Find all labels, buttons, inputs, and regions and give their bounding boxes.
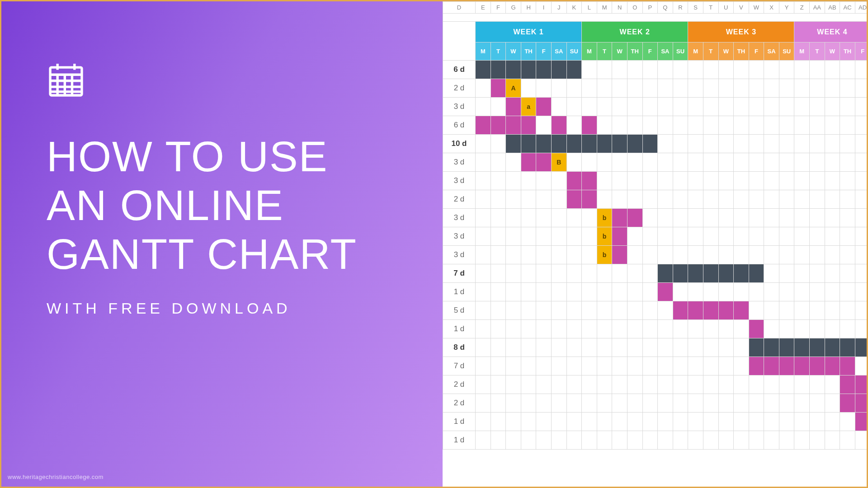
gantt-cell	[491, 413, 506, 431]
gantt-cell	[612, 375, 627, 394]
gantt-cell	[688, 190, 703, 209]
gantt-cell	[718, 61, 734, 79]
gantt-cell	[794, 79, 810, 98]
gantt-cell	[566, 153, 582, 172]
gantt-cell	[718, 413, 734, 431]
gantt-cell	[566, 190, 582, 209]
column-letter-cell: L	[582, 2, 597, 14]
gantt-cell	[855, 190, 867, 209]
gantt-cell	[749, 413, 764, 431]
gantt-cell	[612, 190, 627, 209]
gantt-cell	[582, 190, 597, 209]
gantt-cell	[855, 357, 867, 375]
gantt-cell	[491, 338, 506, 357]
gantt-cell	[521, 172, 536, 190]
gantt-cell	[627, 61, 642, 79]
gantt-cell	[551, 172, 566, 190]
gantt-cell	[855, 413, 867, 431]
gantt-cell	[566, 320, 582, 338]
gantt-cell	[521, 301, 536, 320]
day-header: M	[476, 42, 491, 61]
gantt-cell	[749, 283, 764, 301]
gantt-cell	[734, 246, 749, 264]
gantt-cell	[642, 227, 658, 246]
gantt-cell	[688, 283, 703, 301]
gantt-cell	[764, 394, 779, 413]
gantt-cell	[749, 190, 764, 209]
gantt-cell	[764, 431, 779, 450]
gantt-task-row: 3 db	[443, 209, 867, 227]
column-letter-cell: P	[642, 2, 658, 14]
gantt-cell	[536, 301, 552, 320]
day-header: W	[612, 42, 627, 61]
gantt-cell	[840, 264, 855, 283]
gantt-cell	[506, 301, 521, 320]
gantt-cell	[825, 394, 840, 413]
gantt-cell	[734, 357, 749, 375]
gantt-cell	[703, 357, 718, 375]
gantt-cell	[779, 209, 794, 227]
blank-header	[443, 22, 476, 61]
gantt-task-row: 3 dB	[443, 153, 867, 172]
gantt-cell	[794, 153, 810, 172]
gantt-cell	[688, 79, 703, 98]
gantt-cell	[794, 301, 810, 320]
gantt-cell	[734, 394, 749, 413]
gantt-cell	[825, 338, 840, 357]
day-header: TH	[734, 42, 749, 61]
gantt-cell	[491, 79, 506, 98]
gantt-cell	[536, 375, 552, 394]
duration-cell: 7 d	[443, 357, 476, 375]
gantt-cell	[703, 375, 718, 394]
gantt-cell	[749, 320, 764, 338]
gantt-cell	[855, 153, 867, 172]
gantt-cell	[703, 320, 718, 338]
gantt-cell	[810, 338, 825, 357]
gantt-cell	[734, 79, 749, 98]
gantt-cell	[810, 98, 825, 116]
gantt-cell	[764, 61, 779, 79]
gantt-cell	[794, 357, 810, 375]
day-header: SA	[551, 42, 566, 61]
gantt-cell	[779, 394, 794, 413]
gantt-cell	[779, 357, 794, 375]
gantt-cell	[825, 209, 840, 227]
gantt-cell	[582, 264, 597, 283]
gantt-cell	[536, 98, 552, 116]
gantt-cell	[825, 135, 840, 153]
gantt-cell	[749, 98, 764, 116]
duration-cell: 3 d	[443, 98, 476, 116]
gantt-cell	[551, 116, 566, 135]
gantt-summary-row: 7 d	[443, 264, 867, 283]
gantt-cell	[491, 135, 506, 153]
day-header: F	[642, 42, 658, 61]
gantt-cell	[779, 375, 794, 394]
gantt-cell	[825, 79, 840, 98]
gantt-cell	[734, 190, 749, 209]
gantt-cell	[566, 172, 582, 190]
gantt-cell	[642, 357, 658, 375]
gantt-cell	[764, 98, 779, 116]
gantt-cell	[855, 264, 867, 283]
gantt-cell	[718, 246, 734, 264]
gantt-cell	[718, 394, 734, 413]
gantt-cell	[521, 394, 536, 413]
gantt-cell	[491, 264, 506, 283]
gantt-cell	[749, 116, 764, 135]
gantt-cell	[749, 153, 764, 172]
gantt-task-row: 3 d	[443, 172, 867, 190]
gantt-cell	[749, 209, 764, 227]
gantt-cell	[658, 116, 673, 135]
gantt-cell	[688, 320, 703, 338]
gantt-cell	[642, 190, 658, 209]
gantt-cell	[491, 357, 506, 375]
gantt-cell	[627, 301, 642, 320]
gantt-cell	[688, 413, 703, 431]
gantt-cell	[506, 227, 521, 246]
gantt-cell	[794, 283, 810, 301]
column-letter-cell: X	[764, 2, 779, 14]
gantt-body: 6 d2 dA3 da6 d10 d3 dB3 d2 d3 db3 db3 db…	[443, 61, 867, 450]
gantt-cell	[718, 116, 734, 135]
gantt-cell	[779, 172, 794, 190]
gantt-cell	[491, 209, 506, 227]
